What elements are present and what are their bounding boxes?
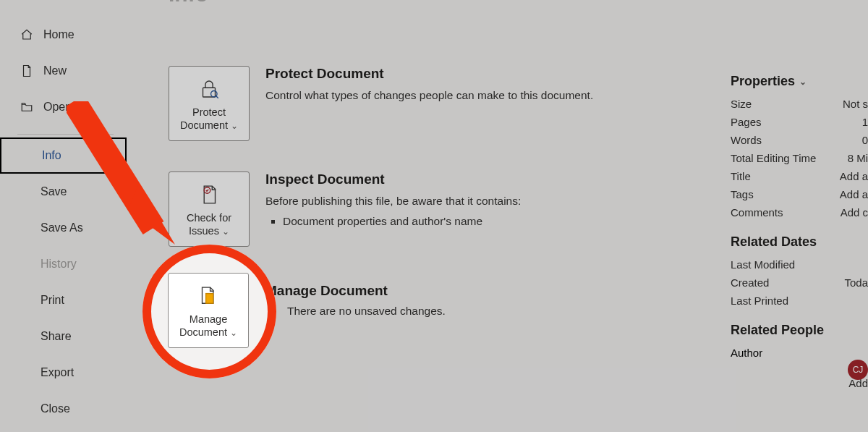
properties-heading[interactable]: Properties ⌄ [731,74,868,89]
property-row: Last Printed [731,295,868,307]
property-row: Last Modified [731,258,868,271]
new-icon [20,64,33,77]
chevron-down-icon: ⌄ [231,121,238,132]
property-row: Words0 [731,134,868,146]
sidebar-item-label: Print [41,294,64,307]
protect-desc: Control what types of changes people can… [265,88,593,103]
manage-text: Manage Document There are no unsaved cha… [265,283,446,318]
protect-text: Protect Document Control what types of c… [265,66,593,141]
property-row: SizeNot s [731,98,868,110]
sidebar-item-label: Export [41,366,74,379]
manage-status: There are no unsaved changes. [287,305,446,318]
sidebar-item-new[interactable]: New [0,53,127,89]
sidebar-item-label: Open [43,101,72,114]
inspect-desc: Before publishing this file, be aware th… [265,193,521,209]
protect-heading: Protect Document [265,66,593,82]
chevron-down-icon: ⌄ [222,226,229,237]
sidebar-item-home[interactable]: Home [0,17,127,53]
sidebar-item-open[interactable]: Open [0,89,127,125]
sidebar-separator [17,134,114,135]
related-dates-heading: Related Dates [731,234,868,250]
avatar[interactable]: CJ [848,360,868,380]
svg-rect-0 [203,88,216,97]
chevron-down-icon: ⌄ [799,77,807,87]
open-icon [20,101,33,114]
manage-heading: Manage Document [265,283,446,299]
sidebar-item-label: History [41,258,77,271]
sidebar-item-export[interactable]: Export [0,355,127,391]
sidebar-item-label: Info [42,149,61,162]
lock-icon [197,77,221,101]
property-row: CreatedToda [731,276,868,289]
related-people-heading: Related People [731,323,868,338]
inspect-bullet: Document properties and author's name [283,215,521,228]
sidebar-item-share[interactable]: Share [0,318,127,355]
properties-panel: Properties ⌄ SizeNot s Pages1 Words0 Tot… [723,58,868,395]
document-manage-icon [196,284,221,308]
home-icon [20,28,33,41]
property-row: TitleAdd a [731,170,868,182]
sidebar-item-save[interactable]: Save [0,174,127,210]
chevron-down-icon: ⌄ [230,328,237,339]
backstage-sidebar: Home New Open Info Save Save As History … [0,0,127,432]
sidebar-item-save-as[interactable]: Save As [0,210,127,246]
check-for-issues-button[interactable]: Check forIssues ⌄ [169,171,250,247]
property-row: TagsAdd a [731,188,868,200]
protect-document-button[interactable]: ProtectDocument ⌄ [169,66,250,141]
manage-document-button[interactable]: ManageDocument ⌄ [168,273,249,348]
property-row: Total Editing Time8 Mi [731,152,868,164]
inspect-text: Inspect Document Before publishing this … [265,171,521,247]
sidebar-item-label: New [43,64,67,77]
sidebar-item-close[interactable]: Close [0,391,127,427]
property-row: CommentsAdd c [731,206,868,219]
sidebar-item-history: History [0,246,127,282]
inspect-heading: Inspect Document [265,171,521,187]
property-row: Pages1 [731,116,868,128]
author-label: Author [731,347,762,359]
sidebar-item-label: Save As [41,221,83,234]
sidebar-item-label: Home [43,28,75,41]
document-check-icon [197,182,221,207]
sidebar-item-label: Share [41,330,72,343]
sidebar-item-label: Save [41,185,67,198]
svg-rect-3 [206,293,213,303]
sidebar-item-print[interactable]: Print [0,282,127,318]
page-title: Info [169,0,868,7]
sidebar-item-info[interactable]: Info [0,137,127,174]
sidebar-item-label: Close [41,402,70,415]
